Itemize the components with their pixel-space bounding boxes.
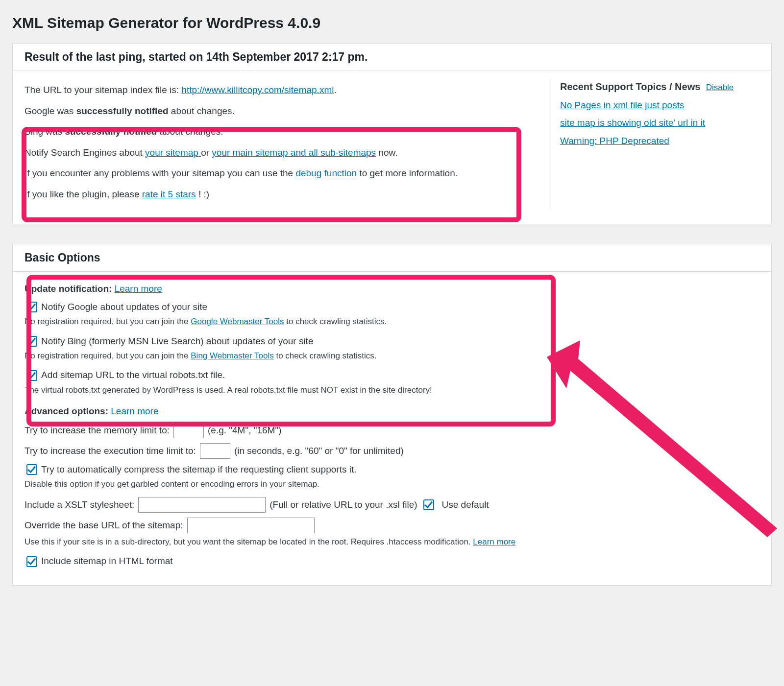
bing-status-prefix: Bing was <box>24 126 65 137</box>
support-topic-link[interactable]: No Pages in xml file just posts <box>560 99 758 112</box>
google-webmaster-link[interactable]: Google Webmaster Tools <box>191 317 284 326</box>
sitemap-url-link[interactable]: http://www.killitcopy.com/sitemap.xml <box>181 85 334 95</box>
robots-txt-checkbox[interactable] <box>26 370 37 381</box>
robots-txt-desc: The virtual robots.txt generated by Word… <box>24 384 760 396</box>
basic-options-header: Basic Options <box>13 244 771 272</box>
override-url-label: Override the base URL of the sitemap: <box>24 519 183 532</box>
html-format-label: Include sitemap in HTML format <box>41 555 173 568</box>
xslt-hint: (Full or relative URL to your .xsl file) <box>270 498 417 512</box>
exec-time-hint: (in seconds, e.g. "60" or "0" for unlimi… <box>234 445 404 458</box>
disable-news-link[interactable]: Disable <box>706 83 734 92</box>
notify-bing-label: Notify Bing (formerly MSN Live Search) a… <box>41 335 313 348</box>
xslt-default-label: Use default <box>442 498 489 512</box>
exec-time-label: Try to increase the execution time limit… <box>24 445 196 458</box>
exec-time-input[interactable] <box>200 443 230 459</box>
xslt-input[interactable] <box>138 497 266 513</box>
google-status-bold: successfully notified <box>76 106 169 116</box>
advanced-learn-more-link[interactable]: Learn more <box>111 406 158 416</box>
memory-limit-hint: (e.g. "4M", "16M") <box>208 424 282 437</box>
override-learn-more-link[interactable]: Learn more <box>473 537 515 546</box>
ping-result-header: Result of the last ping, started on 14th… <box>13 44 771 71</box>
sitemap-url-label: The URL to your sitemap index file is: <box>24 85 181 95</box>
memory-limit-input[interactable] <box>173 423 204 438</box>
support-topic-link[interactable]: Warning: PHP Deprecated <box>560 135 758 148</box>
update-notification-heading: Update notification: <box>24 284 112 294</box>
bing-webmaster-link[interactable]: Bing Webmaster Tools <box>191 351 273 360</box>
notify-google-checkbox[interactable] <box>26 302 37 312</box>
notify-bing-checkbox[interactable] <box>26 336 37 347</box>
compress-checkbox[interactable] <box>26 464 37 475</box>
update-learn-more-link[interactable]: Learn more <box>115 284 162 294</box>
memory-limit-label: Try to increase the memory limit to: <box>24 424 170 437</box>
xslt-default-checkbox[interactable] <box>423 499 434 510</box>
page-title: XML Sitemap Generator for WordPress 4.0.… <box>12 15 772 31</box>
robots-txt-label: Add sitemap URL to the virtual robots.tx… <box>41 369 225 382</box>
notify-all-sitemaps-link[interactable]: your main sitemap and all sub-sitemaps <box>212 147 376 158</box>
notify-sitemap-link[interactable]: your sitemap <box>145 147 201 158</box>
support-topic-link[interactable]: site map is showing old site' url in it <box>560 117 758 130</box>
html-format-checkbox[interactable] <box>26 556 37 567</box>
override-url-input[interactable] <box>187 518 315 533</box>
compress-label: Try to automatically compress the sitema… <box>41 463 356 476</box>
google-status-prefix: Google was <box>24 106 76 116</box>
rate-plugin-link[interactable]: rate it 5 stars <box>142 189 196 199</box>
support-news-heading: Recent Support Topics / News <box>560 81 700 92</box>
notify-google-label: Notify Google about updates of your site <box>41 301 207 314</box>
xslt-label: Include a XSLT stylesheet: <box>24 498 134 512</box>
compress-desc: Disable this option if you get garbled c… <box>24 478 760 490</box>
debug-function-link[interactable]: debug function <box>295 168 357 178</box>
bing-status-bold: successfully notified <box>65 126 157 137</box>
advanced-options-heading: Advanced options: <box>24 406 108 416</box>
